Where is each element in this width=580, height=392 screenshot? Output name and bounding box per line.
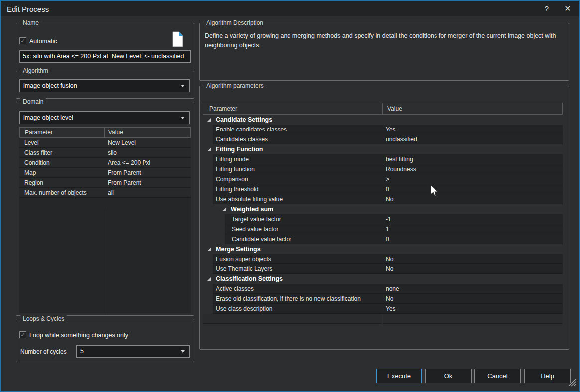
ok-button[interactable]: Ok	[425, 369, 472, 383]
parameters-header-parameter: Parameter	[209, 105, 237, 112]
param-row[interactable]: Fitting functionRoundness	[203, 164, 563, 174]
domain-header-value: Value	[108, 129, 123, 136]
expand-triangle-icon[interactable]	[207, 118, 211, 122]
domain-row-value: From Parent	[108, 169, 141, 176]
domain-table-row[interactable]: MapFrom Parent	[19, 168, 191, 178]
param-row[interactable]: Candidate value factor0	[203, 234, 563, 244]
param-row[interactable]: Fitting modebest fitting	[203, 154, 563, 164]
parameters-group-legend: Algorithm parameters	[204, 82, 266, 89]
param-value: -1	[386, 216, 391, 223]
domain-group-legend: Domain	[20, 98, 46, 105]
domain-row-value: Area <= 200 Pxl	[108, 159, 150, 166]
automatic-checkbox-label: Automatic	[29, 38, 57, 45]
chevron-down-icon	[181, 350, 185, 353]
dialog-title: Edit Process	[7, 5, 49, 13]
domain-table-row[interactable]: ConditionArea <= 200 Pxl	[19, 158, 191, 168]
loops-group-legend: Loops & Cycles	[20, 315, 67, 322]
param-group-label: Fitting Function	[216, 146, 263, 153]
algorithm-selected-value: image object fusion	[23, 82, 77, 89]
param-group-row[interactable]: Weighted sum	[203, 204, 563, 214]
domain-row-parameter: Class filter	[24, 149, 52, 156]
help-icon[interactable]: ?	[540, 3, 553, 14]
param-value: Yes	[386, 126, 396, 133]
param-row[interactable]: Seed value factor1	[203, 224, 563, 234]
title-bar[interactable]: Edit Process ? ✕	[1, 1, 579, 16]
param-row[interactable]: Enable candidates classesYes	[203, 125, 563, 134]
expand-triangle-icon[interactable]	[207, 147, 211, 151]
number-of-cycles-label: Number of cycles	[20, 348, 67, 355]
domain-table-body: LevelNew LevelClass filtersiloConditionA…	[19, 138, 191, 198]
param-value: 0	[386, 186, 389, 193]
param-row[interactable]: Fitting threshold0	[203, 184, 563, 194]
param-row[interactable]: Comparison>	[203, 174, 563, 184]
cycles-selected-value: 5	[80, 348, 84, 355]
domain-row-parameter: Region	[24, 179, 43, 186]
domain-table-header: Parameter Value	[19, 127, 191, 138]
resize-grip[interactable]	[567, 378, 576, 389]
expand-triangle-icon[interactable]	[222, 207, 226, 211]
name-group: Name ✓ Automatic 5x: silo with Area <= 2…	[16, 23, 194, 68]
domain-row-parameter: Condition	[24, 159, 50, 166]
document-icon[interactable]	[172, 31, 184, 49]
param-row[interactable]: Fusion super objectsNo	[203, 254, 563, 264]
process-name-input[interactable]: 5x: silo with Area <= 200 Pxl at New Lev…	[19, 50, 191, 63]
domain-table-row[interactable]: RegionFrom Parent	[19, 178, 191, 188]
param-name: Use class description	[216, 305, 272, 312]
param-row[interactable]: Candidates classesunclassified	[203, 134, 563, 144]
domain-table: Parameter Value LevelNew LevelClass filt…	[19, 127, 191, 313]
expand-triangle-icon[interactable]	[207, 247, 211, 251]
param-group-row[interactable]: Classification Settings	[203, 274, 563, 284]
param-value: >	[386, 176, 389, 183]
column-divider[interactable]	[382, 103, 383, 114]
domain-row-parameter: Max. number of objects	[24, 189, 87, 196]
domain-row-value: silo	[108, 149, 117, 156]
chevron-down-icon	[181, 85, 185, 87]
param-name: Candidates classes	[216, 136, 268, 143]
param-row[interactable]: Use class descriptionYes	[203, 304, 563, 314]
automatic-checkbox[interactable]: ✓	[19, 37, 26, 44]
param-name: Seed value factor	[232, 226, 278, 233]
param-group-row[interactable]: Candidate Settings	[203, 115, 563, 125]
param-empty-row[interactable]	[203, 314, 563, 324]
param-group-label: Merge Settings	[216, 246, 261, 253]
param-value: 0	[386, 236, 389, 243]
loop-while-changes-checkbox[interactable]: ✓	[19, 331, 26, 338]
param-name: Use absolute fitting value	[216, 196, 283, 203]
domain-table-empty-area	[19, 209, 191, 313]
algorithm-parameters-group: Algorithm parameters Parameter Value Can…	[199, 86, 569, 350]
domain-table-row[interactable]: Class filtersilo	[19, 148, 191, 158]
param-row[interactable]: Use absolute fitting valueNo	[203, 194, 563, 204]
domain-table-row[interactable]: Max. number of objectsall	[19, 188, 191, 198]
column-divider[interactable]	[104, 128, 105, 137]
param-row[interactable]: Target value factor-1	[203, 214, 563, 224]
execute-button[interactable]: Execute	[376, 369, 422, 383]
param-name: Comparison	[216, 176, 248, 183]
domain-row-value: all	[108, 189, 114, 196]
param-group-label: Candidate Settings	[216, 116, 272, 123]
domain-row-value: New Level	[108, 139, 136, 146]
expand-triangle-icon[interactable]	[207, 277, 211, 281]
domain-table-row[interactable]: LevelNew Level	[19, 138, 191, 148]
domain-selected-value: image object level	[23, 114, 73, 121]
algorithm-group-legend: Algorithm	[20, 67, 51, 74]
close-icon[interactable]: ✕	[561, 3, 574, 14]
algorithm-select[interactable]: image object fusion	[19, 79, 190, 92]
param-row[interactable]: Active classesnone	[203, 284, 563, 294]
param-group-row[interactable]: Merge Settings	[203, 244, 563, 254]
param-row[interactable]: Use Thematic LayersNo	[203, 264, 563, 274]
domain-select[interactable]: image object level	[19, 111, 190, 124]
param-value: No	[386, 196, 393, 203]
cancel-button[interactable]: Cancel	[474, 369, 521, 383]
param-name: Target value factor	[232, 216, 281, 223]
param-value: best fitting	[386, 156, 413, 163]
number-of-cycles-select[interactable]: 5	[76, 345, 190, 358]
param-row[interactable]: Erase old classification, if there is no…	[203, 294, 563, 304]
column-divider	[104, 209, 104, 313]
param-group-label: Classification Settings	[216, 275, 283, 282]
param-group-row[interactable]: Fitting Function	[203, 144, 563, 154]
param-name: Fitting mode	[216, 156, 249, 163]
domain-row-value: From Parent	[108, 179, 141, 186]
help-button[interactable]: Help	[524, 369, 571, 383]
param-value: No	[386, 265, 393, 272]
domain-header-parameter: Parameter	[25, 129, 53, 136]
